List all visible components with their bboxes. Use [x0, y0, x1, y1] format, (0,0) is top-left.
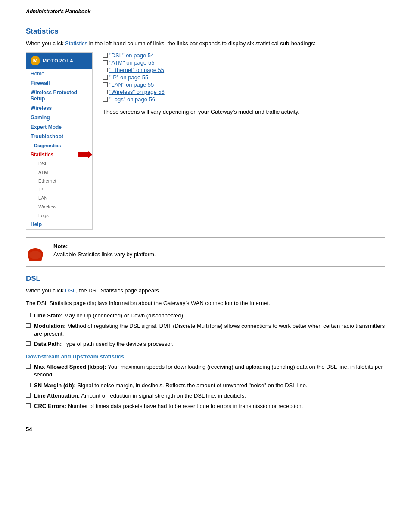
note-text: Available Statistics links vary by platf…	[53, 251, 385, 258]
note-box: Note: Available Statistics links vary by…	[26, 237, 385, 267]
dsl-sub-bullets: Max Allowed Speed (kbps): Your maximum s…	[26, 363, 385, 410]
bullet-modulation: Modulation: Method of regulating the DSL…	[26, 322, 385, 338]
note-hand-icon	[26, 243, 47, 261]
dsl-desc: The DSL Statistics page displays informa…	[26, 299, 385, 308]
checkbox-icon	[26, 393, 31, 398]
checkbox-icon	[103, 90, 108, 94]
checkbox-icon	[103, 68, 108, 72]
dsl-intro-link[interactable]: DSL	[65, 287, 76, 294]
red-arrow-icon	[78, 151, 92, 159]
checkbox-icon	[26, 313, 31, 317]
nav-wps[interactable]: Wireless Protected Setup	[26, 88, 92, 103]
list-item: "Wireless" on page 56	[103, 89, 385, 95]
nav-expert[interactable]: Expert Mode	[26, 122, 92, 132]
statistics-section: Statistics When you click Statistics in …	[26, 27, 385, 230]
dsl-title: DSL	[26, 274, 385, 283]
lan-link[interactable]: "LAN" on page 55	[109, 81, 154, 88]
page-header: Administrator's Handbook	[26, 9, 385, 15]
footer-divider	[26, 423, 385, 423]
dsl-bullets: Line State: May be Up (connected) or Dow…	[26, 312, 385, 348]
bullet-data-path: Data Path: Type of path used by the devi…	[26, 340, 385, 348]
bullet-sn-margin: SN Margin (db): Signal to noise margin, …	[26, 382, 385, 389]
page-number: 54	[26, 426, 385, 432]
statistics-link[interactable]: Statistics	[65, 40, 87, 47]
wireless-link[interactable]: "Wireless" on page 56	[109, 89, 165, 95]
note-icon	[26, 243, 47, 261]
checkbox-icon	[26, 323, 31, 328]
checkbox-icon	[26, 364, 31, 369]
atm-link[interactable]: "ATM" on page 55	[109, 59, 154, 66]
statistics-title: Statistics	[26, 27, 385, 36]
list-item: "ATM" on page 55	[103, 59, 385, 66]
svg-marker-0	[78, 151, 92, 159]
nav-dsl[interactable]: DSL	[26, 159, 92, 168]
top-divider	[26, 19, 385, 19]
statistics-link-list: "DSL" on page 54 "ATM" on page 55 "Ether…	[103, 52, 385, 103]
note-content: Note: Available Statistics links vary by…	[53, 243, 385, 258]
nav-diagnostics[interactable]: Diagnostics	[26, 141, 92, 150]
nav-header: M MOTOROLA	[26, 53, 92, 69]
dsl-link[interactable]: "DSL" on page 54	[109, 52, 154, 59]
nav-troubleshoot[interactable]: Troubleshoot	[26, 132, 92, 141]
nav-logs[interactable]: Logs	[26, 211, 92, 220]
nav-wireless-sub[interactable]: Wireless	[26, 202, 92, 211]
ip-link[interactable]: "IP" on page 55	[109, 74, 148, 81]
list-item: "IP" on page 55	[103, 74, 385, 81]
motorola-logo-m: M	[31, 56, 40, 65]
bullet-line-atten: Line Attenuation: Amount of reduction in…	[26, 392, 385, 400]
nav-atm[interactable]: ATM	[26, 168, 92, 177]
checkbox-icon	[103, 75, 108, 80]
right-content: "DSL" on page 54 "ATM" on page 55 "Ether…	[103, 52, 385, 230]
list-item: "Logs" on page 56	[103, 96, 385, 103]
checkbox-icon	[103, 97, 108, 102]
note-label: Note:	[53, 243, 385, 249]
nav-ethernet[interactable]: Ethernet	[26, 177, 92, 185]
statistics-content: M MOTOROLA Home Firewall Wireless Protec…	[26, 52, 385, 230]
logs-link[interactable]: "Logs" on page 56	[109, 96, 155, 103]
nav-help[interactable]: Help	[26, 220, 92, 229]
nav-statistics[interactable]: Statistics	[26, 150, 78, 159]
nav-lan[interactable]: LAN	[26, 194, 92, 202]
downstream-sub-title: Downstream and Upstream statistics	[26, 353, 385, 360]
svg-point-3	[29, 251, 41, 259]
nav-statistics-row: Statistics	[26, 150, 92, 159]
checkbox-icon	[103, 82, 108, 87]
checkbox-icon	[103, 60, 108, 65]
motorola-logo-text: MOTOROLA	[43, 58, 74, 63]
statistics-intro: When you click Statistics in the left ha…	[26, 39, 385, 48]
nav-ip[interactable]: IP	[26, 185, 92, 194]
nav-panel: M MOTOROLA Home Firewall Wireless Protec…	[26, 52, 93, 230]
bullet-line-state: Line State: May be Up (connected) or Dow…	[26, 312, 385, 320]
ethernet-link[interactable]: "Ethernet" on page 55	[109, 67, 164, 73]
checkbox-icon	[26, 341, 31, 346]
nav-firewall[interactable]: Firewall	[26, 78, 92, 88]
list-item: "DSL" on page 54	[103, 52, 385, 59]
nav-gaming[interactable]: Gaming	[26, 113, 92, 122]
checkbox-icon	[26, 403, 31, 408]
dsl-intro: When you click DSL, the DSL Statistics p…	[26, 286, 385, 295]
dsl-section: DSL When you click DSL, the DSL Statisti…	[26, 274, 385, 411]
list-item: "Ethernet" on page 55	[103, 67, 385, 73]
bullet-max-speed: Max Allowed Speed (kbps): Your maximum s…	[26, 363, 385, 379]
bullet-crc-errors: CRC Errors: Number of times data packets…	[26, 402, 385, 410]
statistics-footer-text: These screens will vary depending on you…	[103, 108, 385, 116]
checkbox-icon	[26, 383, 31, 387]
nav-wireless[interactable]: Wireless	[26, 103, 92, 113]
nav-home[interactable]: Home	[26, 69, 92, 78]
list-item: "LAN" on page 55	[103, 81, 385, 88]
checkbox-icon	[103, 53, 108, 58]
